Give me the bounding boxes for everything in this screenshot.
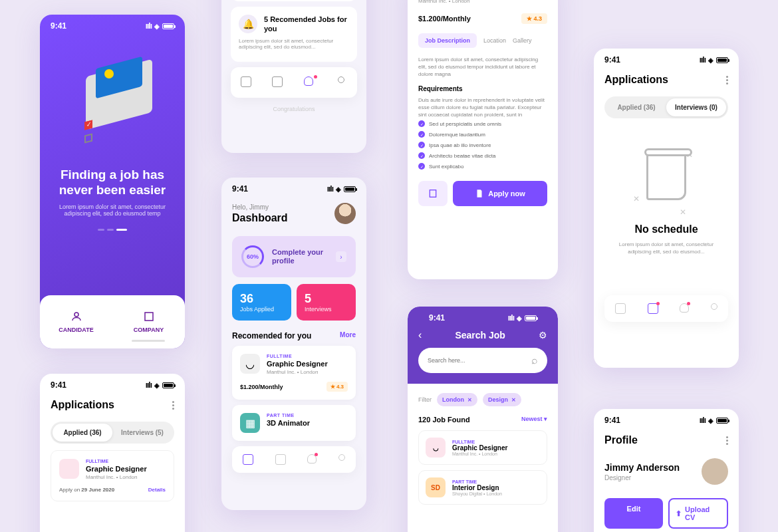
stat-interviews[interactable]: 5 Interviews bbox=[297, 284, 356, 321]
tab-applied[interactable]: Applied (36) bbox=[606, 98, 666, 116]
candidate-tab[interactable]: CANDIDATE bbox=[40, 295, 112, 348]
job-description: Lorem ipsum dolor sit amet, consectetur … bbox=[418, 56, 547, 78]
notifications-screen: adipiscing elit, sed do eiusmod... 5h ag… bbox=[221, 0, 366, 153]
search-screen: 9:41 ‹ Search Job ⚙ ⌕ Filter London✕ Des… bbox=[408, 307, 558, 532]
complete-profile-card[interactable]: 60% Complete your profile › bbox=[232, 236, 356, 277]
stat-applied[interactable]: 36 Jobs Applied bbox=[232, 284, 291, 321]
status-bar: 9:41 bbox=[594, 409, 739, 429]
apply-button[interactable]: Apply now bbox=[453, 181, 547, 206]
nav-notifications[interactable] bbox=[307, 454, 317, 465]
filter-chip[interactable]: Design✕ bbox=[483, 393, 521, 406]
nav-home[interactable] bbox=[243, 454, 253, 465]
nav-profile[interactable] bbox=[711, 303, 717, 314]
company-logo-icon: ◡ bbox=[240, 354, 260, 374]
more-icon[interactable] bbox=[726, 436, 728, 445]
bell-icon: 🔔 bbox=[239, 15, 257, 33]
nav-home[interactable] bbox=[615, 303, 626, 314]
nav-notifications[interactable] bbox=[680, 303, 689, 314]
avatar[interactable] bbox=[334, 203, 356, 224]
profile-role: Designer bbox=[604, 474, 680, 481]
badge-icon bbox=[314, 75, 317, 78]
nav-home[interactable] bbox=[241, 76, 253, 88]
bottom-nav bbox=[604, 295, 728, 322]
search-icon[interactable]: ⌕ bbox=[531, 354, 538, 366]
job-card[interactable]: ▦ PART TIME 3D Animator bbox=[232, 405, 356, 441]
filter-label: Filter bbox=[418, 396, 432, 403]
applications-empty-screen: 9:41 Applications Applied (36) Interview… bbox=[594, 49, 739, 368]
onboarding-subtitle: Lorem ipsum dolor sit amet, consectetur … bbox=[56, 203, 169, 217]
page-title: Applications bbox=[51, 399, 114, 411]
nav-profile[interactable] bbox=[338, 454, 345, 465]
filter-icon[interactable]: ⚙ bbox=[539, 330, 547, 340]
status-bar: 9:41 bbox=[594, 49, 739, 68]
list-item: Architecto beatae vitae dicta bbox=[418, 150, 547, 161]
notification-card[interactable]: adipiscing elit, sed do eiusmod... 5h ag… bbox=[231, 0, 357, 1]
profile-name: Jimmy Anderson bbox=[604, 462, 680, 473]
nav-profile[interactable] bbox=[335, 76, 347, 88]
greeting-text: Helo, Jimmy bbox=[232, 203, 288, 211]
bookmark-button[interactable] bbox=[418, 181, 448, 206]
notification-card[interactable]: 🔔 5 Recomended Jobs for you Lorem ipsum … bbox=[231, 7, 357, 62]
tab-gallery[interactable]: Gallery bbox=[513, 33, 532, 48]
building-icon bbox=[428, 188, 438, 199]
onboarding-illustration bbox=[66, 48, 159, 141]
empty-state: ✕ ✕ ✕ No schedule Lorem ipsum dolor sit … bbox=[594, 124, 739, 275]
result-card[interactable]: SD PART TIME Interior Design Shoyou Digi… bbox=[418, 470, 547, 505]
list-item: Doloremque laudantium bbox=[418, 129, 547, 140]
page-title: Applications bbox=[604, 74, 668, 86]
app-tabs: Applied (36) Interviews (5) bbox=[51, 422, 174, 444]
nav-apps[interactable] bbox=[648, 303, 658, 314]
result-card[interactable]: ◡ FULLTIME Graphic Designer Manthul Inc.… bbox=[418, 430, 547, 465]
bottom-nav bbox=[231, 67, 357, 98]
job-card[interactable]: ◡ FULLTIME Graphic Designer Manthul Inc.… bbox=[232, 346, 356, 400]
more-icon[interactable] bbox=[726, 76, 728, 84]
nav-notifications[interactable] bbox=[304, 76, 316, 88]
section-title: Recomended for you bbox=[232, 331, 311, 340]
tab-interviews[interactable]: Interviews (5) bbox=[112, 424, 172, 442]
tab-applied[interactable]: Applied (36) bbox=[53, 424, 112, 442]
list-item: Sunt explicabo bbox=[418, 161, 547, 172]
page-title: Search Job bbox=[455, 330, 505, 340]
bottom-nav bbox=[232, 446, 356, 473]
sort-dropdown[interactable]: Newest ▾ bbox=[521, 416, 547, 424]
person-icon bbox=[70, 311, 82, 323]
status-bar: 9:41 bbox=[40, 374, 185, 394]
application-card[interactable]: FULLTIME Graphic Designer Manthul Inc. •… bbox=[51, 450, 174, 501]
upload-cv-button[interactable]: ⬆ Upload CV bbox=[668, 498, 728, 529]
avatar[interactable] bbox=[702, 458, 728, 485]
page-title: Profile bbox=[604, 434, 638, 446]
tab-location[interactable]: Location bbox=[483, 33, 506, 48]
app-tabs: Applied (36) Interviews (0) bbox=[604, 96, 728, 118]
search-input[interactable] bbox=[428, 357, 531, 364]
requirements-heading: Requirements bbox=[418, 85, 547, 92]
empty-description: Lorem ipsum dolor sit amet, consectetur … bbox=[607, 241, 725, 255]
status-bar: 9:41 bbox=[418, 307, 547, 327]
search-input-wrapper: ⌕ bbox=[418, 348, 547, 373]
tab-description[interactable]: Job Description bbox=[418, 33, 477, 48]
status-bar: 9:41 bbox=[40, 15, 185, 35]
list-item: Ipsa quae ab illo inventore bbox=[418, 140, 547, 150]
more-icon[interactable] bbox=[172, 401, 174, 410]
congrats-text: Congratulations bbox=[221, 106, 366, 112]
status-time: 9:41 bbox=[51, 21, 66, 31]
job-detail-screen: FULLTIME Graphic Designer Manthul Inc. •… bbox=[408, 0, 558, 279]
back-icon[interactable]: ‹ bbox=[418, 329, 422, 341]
tab-interviews[interactable]: Interviews (0) bbox=[666, 98, 726, 116]
close-icon[interactable]: ✕ bbox=[467, 397, 472, 403]
nav-apps[interactable] bbox=[275, 454, 286, 465]
more-link[interactable]: More bbox=[340, 331, 356, 340]
close-icon[interactable]: ✕ bbox=[511, 397, 516, 403]
rating-badge: ★ 4.3 bbox=[326, 382, 348, 392]
progress-ring: 60% bbox=[241, 245, 264, 268]
list-item: Sed ut perspiciatis unde omnis bbox=[418, 118, 547, 129]
rating-badge: ★ 4.3 bbox=[521, 13, 547, 24]
filter-chip[interactable]: London✕ bbox=[437, 393, 477, 406]
edit-button[interactable]: Edit bbox=[604, 498, 663, 529]
details-link[interactable]: Details bbox=[148, 487, 166, 493]
wifi-icon bbox=[154, 21, 160, 31]
nav-apps[interactable] bbox=[272, 76, 284, 88]
svg-point-0 bbox=[74, 313, 78, 317]
empty-title: No schedule bbox=[607, 223, 725, 235]
page-title: Dashboard bbox=[232, 212, 288, 224]
page-dots[interactable] bbox=[40, 229, 185, 231]
